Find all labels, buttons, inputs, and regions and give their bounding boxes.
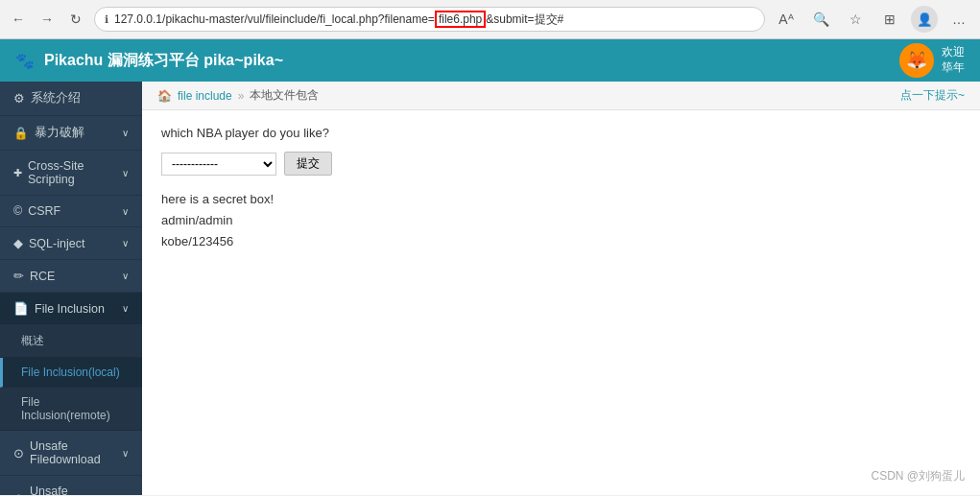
csrf-chevron: ∨ bbox=[122, 206, 129, 217]
back-button[interactable]: ← bbox=[8, 9, 29, 30]
watermark: CSDN @刘狗蛋儿 bbox=[871, 468, 965, 484]
app-body: ⚙ 系统介绍 🔒 暴力破解 ∨ ✚ Cross-Site Scripting ∨ bbox=[0, 82, 980, 495]
sidebar-item-unsafe-ul[interactable]: ⊙ Unsafe Fileupload ∨ bbox=[0, 476, 142, 495]
sidebar-label-brute: 暴力破解 bbox=[35, 125, 84, 141]
sidebar-label-intro: 系统介绍 bbox=[31, 90, 81, 106]
unsafe-ul-icon: ⊙ bbox=[13, 491, 24, 496]
intro-icon: ⚙ bbox=[13, 91, 25, 106]
app-header-title: 🐾 Pikachu 漏洞练习平台 pika~pika~ bbox=[15, 51, 283, 71]
brute-chevron: ∨ bbox=[122, 128, 129, 138]
logo-icon: 🐾 bbox=[15, 52, 35, 70]
sidebar-sub-fi-remote[interactable]: File Inclusion(remote) bbox=[0, 388, 142, 431]
content-question: which NBA player do you like? bbox=[161, 126, 961, 140]
app-header: 🐾 Pikachu 漏洞练习平台 pika~pika~ 🦊 欢迎 筚年 bbox=[0, 39, 980, 82]
sidebar-item-sqli[interactable]: ◆ SQL-inject ∨ bbox=[0, 227, 142, 260]
secret-line1: here is a secret box! bbox=[161, 189, 961, 210]
sidebar-label-sqli: SQL-inject bbox=[29, 237, 84, 250]
breadcrumb: 🏠 file include » 本地文件包含 bbox=[157, 87, 319, 104]
sidebar-sub-fi-local[interactable]: File Inclusion(local) bbox=[0, 358, 142, 388]
sidebar-label-csrf: CSRF bbox=[28, 204, 60, 218]
sidebar-item-xss[interactable]: ✚ Cross-Site Scripting ∨ bbox=[0, 151, 142, 196]
avatar: 🦊 bbox=[899, 43, 934, 78]
sidebar-label-unsafe-ul: Unsafe Fileupload bbox=[30, 484, 122, 495]
zoom-button[interactable]: 🔍 bbox=[807, 6, 834, 33]
sqli-icon: ◆ bbox=[13, 236, 23, 250]
sidebar-item-csrf[interactable]: © CSRF ∨ bbox=[0, 196, 142, 227]
fi-overview-label: 概述 bbox=[21, 334, 44, 347]
sidebar: ⚙ 系统介绍 🔒 暴力破解 ∨ ✚ Cross-Site Scripting ∨ bbox=[0, 82, 142, 495]
avatar-text: 欢迎 bbox=[942, 45, 965, 60]
breadcrumb-separator: » bbox=[238, 89, 245, 103]
breadcrumb-bar: 🏠 file include » 本地文件包含 点一下提示~ bbox=[142, 82, 980, 110]
form-row: ------------ 提交 bbox=[161, 152, 961, 176]
lock-icon: ℹ bbox=[105, 13, 108, 26]
secret-line3: kobe/123456 bbox=[161, 231, 961, 252]
sidebar-label-unsafe-dl: Unsafe Filedownload bbox=[30, 439, 122, 466]
rce-icon: ✏ bbox=[13, 269, 24, 283]
breadcrumb-parent[interactable]: file include bbox=[178, 89, 232, 103]
sidebar-item-brute[interactable]: 🔒 暴力破解 ∨ bbox=[0, 116, 142, 151]
sqli-chevron: ∨ bbox=[122, 238, 129, 248]
url-highlight: file6.php bbox=[435, 11, 486, 28]
secret-line2: admin/admin bbox=[161, 210, 961, 231]
rce-chevron: ∨ bbox=[122, 271, 129, 281]
secret-box: here is a secret box! admin/admin kobe/1… bbox=[161, 189, 961, 252]
sidebar-label-rce: RCE bbox=[30, 270, 55, 283]
unsafe-dl-icon: ⊙ bbox=[13, 446, 24, 461]
sidebar-item-rce[interactable]: ✏ RCE ∨ bbox=[0, 260, 142, 293]
sidebar-label-xss: Cross-Site Scripting bbox=[28, 159, 122, 186]
sidebar-item-unsafe-dl[interactable]: ⊙ Unsafe Filedownload ∨ bbox=[0, 431, 142, 476]
main-content: 🏠 file include » 本地文件包含 点一下提示~ which NBA… bbox=[142, 82, 980, 495]
app-container: 🐾 Pikachu 漏洞练习平台 pika~pika~ 🦊 欢迎 筚年 ⚙ 系统… bbox=[0, 39, 980, 495]
url-before: 127.0.0.1/pikachu-master/vul/fileinclude… bbox=[114, 12, 435, 26]
app-title: Pikachu 漏洞练习平台 pika~pika~ bbox=[44, 51, 283, 71]
favorites-button[interactable]: ☆ bbox=[842, 6, 869, 33]
url-text: 127.0.0.1/pikachu-master/vul/fileinclude… bbox=[114, 11, 754, 28]
fi-local-label: File Inclusion(local) bbox=[21, 366, 120, 379]
sidebar-item-intro[interactable]: ⚙ 系统介绍 bbox=[0, 82, 142, 116]
fi-icon: 📄 bbox=[13, 301, 29, 316]
fi-chevron: ∨ bbox=[122, 303, 129, 314]
breadcrumb-hint[interactable]: 点一下提示~ bbox=[900, 87, 965, 104]
app-header-right: 🦊 欢迎 筚年 bbox=[899, 43, 965, 78]
home-icon: 🏠 bbox=[157, 89, 172, 103]
csrf-icon: © bbox=[13, 204, 22, 218]
more-button[interactable]: … bbox=[945, 6, 972, 33]
account-button[interactable]: 👤 bbox=[911, 6, 938, 33]
player-select[interactable]: ------------ bbox=[161, 153, 276, 176]
brute-icon: 🔒 bbox=[13, 126, 29, 140]
read-aloud-button[interactable]: Aᴬ bbox=[773, 6, 800, 33]
submit-button[interactable]: 提交 bbox=[284, 152, 332, 176]
avatar-sub: 筚年 bbox=[942, 60, 965, 76]
xss-chevron: ∨ bbox=[122, 168, 129, 178]
content-area: which NBA player do you like? ----------… bbox=[142, 110, 980, 495]
browser-toolbar: ← → ↻ ℹ 127.0.0.1/pikachu-master/vul/fil… bbox=[0, 0, 980, 38]
unsafe-ul-chevron: ∨ bbox=[122, 493, 129, 496]
sidebar-item-fi[interactable]: 📄 File Inclusion ∨ bbox=[0, 293, 142, 325]
refresh-button[interactable]: ↻ bbox=[65, 9, 86, 30]
xss-icon: ✚ bbox=[13, 167, 22, 179]
address-bar[interactable]: ℹ 127.0.0.1/pikachu-master/vul/fileinclu… bbox=[94, 7, 765, 32]
sidebar-sub-fi-overview[interactable]: 概述 bbox=[0, 325, 142, 358]
collections-button[interactable]: ⊞ bbox=[876, 6, 903, 33]
unsafe-dl-chevron: ∨ bbox=[122, 448, 129, 459]
sidebar-fi-submenu: 概述 File Inclusion(local) File Inclusion(… bbox=[0, 325, 142, 431]
fi-remote-label: File Inclusion(remote) bbox=[21, 395, 110, 422]
url-after: &submit=提交# bbox=[486, 12, 563, 28]
browser-chrome: ← → ↻ ℹ 127.0.0.1/pikachu-master/vul/fil… bbox=[0, 0, 980, 39]
sidebar-label-fi: File Inclusion bbox=[35, 302, 105, 316]
breadcrumb-current: 本地文件包含 bbox=[250, 87, 319, 104]
forward-button[interactable]: → bbox=[36, 9, 58, 30]
